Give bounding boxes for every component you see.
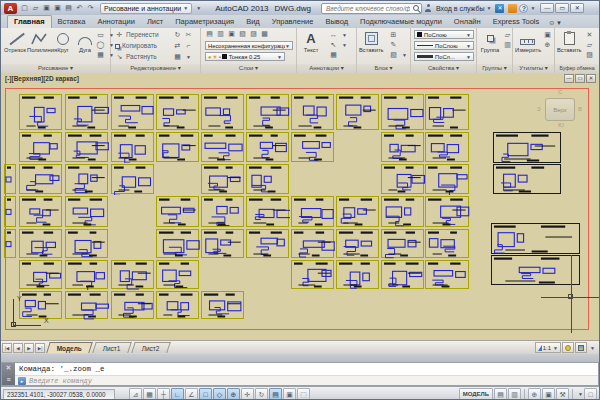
drawing-frame[interactable] [381, 164, 424, 194]
drawing-frame[interactable] [336, 260, 379, 289]
drawing-frame[interactable] [19, 94, 62, 130]
group-button[interactable]: Группа [478, 30, 502, 53]
table-button[interactable]: ▦ [329, 51, 347, 59]
drawing-frame[interactable] [65, 132, 108, 162]
command-window[interactable]: ✕ ≡ Команда: '_.zoom _e ▸ Введите команд… [1, 362, 599, 386]
toggle-lineweight-display[interactable]: ▤ [269, 388, 282, 400]
viewcube-south[interactable]: Ю [558, 122, 564, 128]
layer-isolate-icon[interactable]: ▣ [227, 30, 236, 38]
last-layout-button[interactable]: ▶| [35, 343, 45, 353]
toggle-object-snap-tracking[interactable]: ⊕ [227, 388, 240, 400]
drawing-frame[interactable] [336, 229, 379, 258]
color-dropdown[interactable]: ПоСлою▼ [414, 30, 474, 39]
drawing-frame[interactable] [111, 94, 154, 130]
drawing-frame[interactable] [291, 260, 334, 289]
linetype-dropdown[interactable]: ПоСлою▼ [414, 41, 474, 50]
drawing-frame[interactable] [425, 94, 469, 130]
drawing-frame[interactable] [201, 291, 244, 319]
layer-state-dropdown[interactable]: Несохраненная конфигурация сло▼ [205, 41, 293, 50]
drawing-frame[interactable] [19, 164, 62, 194]
ribbon-tab-11[interactable]: Express Tools [487, 16, 546, 28]
toggle-polar-tracking[interactable]: ∠ [185, 388, 198, 400]
drawing-frame[interactable] [19, 291, 62, 319]
drawing-frame[interactable] [65, 260, 108, 289]
drawing-frame[interactable] [291, 132, 334, 162]
doc-restore-button[interactable]: ▭ [575, 74, 585, 83]
drawing-frame[interactable] [111, 132, 154, 162]
drawing-frame[interactable] [381, 229, 424, 258]
id-point-icon[interactable]: ⊕ [543, 41, 552, 49]
drawing-frame[interactable] [111, 164, 154, 194]
drawing-frame[interactable] [291, 196, 334, 227]
drawing-frame[interactable] [156, 196, 199, 227]
viewcube-top-face[interactable]: Верх [545, 98, 575, 121]
ribbon-options-icon[interactable]: ⊙ ▼ [545, 19, 566, 28]
ribbon-tab-5[interactable]: Параметризация [169, 16, 240, 28]
circle-button[interactable]: Круг [51, 30, 75, 53]
workspace-switcher[interactable]: Рисование и аннотации ▼ [100, 3, 192, 14]
redo-icon[interactable]: ↷ [86, 3, 95, 13]
toggle-object-snap-3d[interactable]: ◇ [213, 388, 226, 400]
drawing-frame[interactable] [381, 132, 424, 162]
toggle-dynamic-input[interactable]: ↻ [255, 388, 268, 400]
drawing-frame[interactable] [156, 260, 199, 289]
prev-layout-button[interactable]: ◀ [13, 343, 23, 353]
toggle-ortho-mode[interactable]: ∟ [171, 388, 184, 400]
ribbon-tab-8[interactable]: Вывод [319, 16, 354, 28]
drawing-frame[interactable] [65, 229, 108, 258]
drawing-frame[interactable] [246, 196, 289, 227]
search-icon[interactable] [413, 5, 419, 11]
model-space-button[interactable]: МОДЕЛЬ [459, 388, 493, 400]
drawing-frame[interactable] [65, 164, 108, 194]
first-layout-button[interactable]: |◀ [2, 343, 12, 353]
drawing-frame[interactable] [65, 196, 108, 227]
quick-select-icon[interactable]: ▣ [543, 31, 552, 39]
drawing-frame[interactable] [201, 132, 244, 162]
drawing-frame-detached[interactable] [493, 164, 561, 194]
open-file-icon[interactable]: ▱ [31, 3, 40, 13]
polyline-button[interactable]: Полилиния [27, 30, 51, 53]
panel-label[interactable]: Слои ▾ [201, 64, 296, 73]
command-input[interactable]: ▸ Введите команду [15, 375, 598, 385]
viewcube-north[interactable]: С [558, 89, 562, 95]
drawing-frame[interactable] [425, 196, 469, 227]
ribbon-tab-10[interactable]: Онлайн [448, 16, 487, 28]
drawing-frame[interactable] [156, 94, 199, 130]
panel-label[interactable]: Блок ▾ [357, 64, 410, 73]
drawing-frame[interactable] [156, 229, 199, 258]
ungroup-icon[interactable]: ▱ [503, 31, 512, 39]
drawing-frame[interactable] [291, 94, 334, 130]
save-as-icon[interactable]: ▣ [53, 3, 62, 13]
tab-model[interactable]: Модель [46, 342, 93, 353]
drawing-frame[interactable] [19, 260, 62, 289]
drawing-frame[interactable] [111, 260, 154, 289]
command-customize-icon[interactable]: ≡ [6, 376, 10, 384]
drawing-frame[interactable] [4, 229, 16, 258]
move-button[interactable]: ✛Перенести [115, 31, 159, 39]
layer-properties-icon[interactable]: ▤ [205, 30, 214, 38]
tab-layout1[interactable]: Лист1 [92, 342, 131, 353]
signin-button[interactable]: Вход в службы ▼ [436, 5, 491, 12]
create-block-button[interactable]: ⊞ [389, 31, 407, 39]
exchange-apps-icon[interactable]: ✕ [495, 4, 504, 13]
drawing-frame[interactable] [19, 132, 62, 162]
ribbon-tab-4[interactable]: Лист [141, 16, 169, 28]
drawing-frame[interactable] [201, 229, 244, 258]
drawing-frame[interactable] [246, 164, 289, 194]
arc-button[interactable]: Дуга [73, 30, 97, 53]
layer-match-icon[interactable]: ▩ [260, 30, 269, 38]
drawing-frame[interactable] [425, 260, 469, 289]
drawing-frame[interactable] [381, 260, 424, 289]
ribbon-tab-6[interactable]: Вид [240, 16, 266, 28]
panel-label[interactable]: Буфер обмена [555, 64, 599, 73]
doc-close-button[interactable]: ✕ [586, 74, 596, 83]
toggle-infer-constraints[interactable]: ⊿ [129, 388, 142, 400]
viewcube-west[interactable]: З [537, 106, 541, 112]
ribbon-tab-2[interactable]: Вставка [52, 16, 92, 28]
close-button[interactable]: ✕ [570, 3, 584, 13]
leader-button[interactable]: ↖▼ [329, 41, 347, 49]
trim-icon[interactable]: ✂ [184, 31, 193, 39]
annotation-visibility-button[interactable] [562, 342, 574, 353]
drawing-frame[interactable] [425, 132, 469, 162]
autodesk360-icon[interactable] [508, 4, 517, 13]
